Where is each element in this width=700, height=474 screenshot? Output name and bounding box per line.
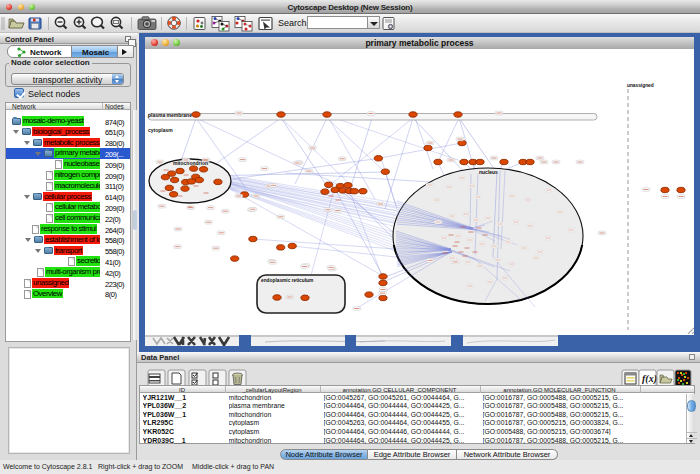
svg-text:unassigned: unassigned <box>627 83 654 88</box>
svg-text:cytoplasm: cytoplasm <box>148 127 173 133</box>
svg-text:plasma membrane: plasma membrane <box>148 112 192 118</box>
svg-text:f(x): f(x) <box>642 373 657 385</box>
svg-text:nucleus: nucleus <box>479 169 498 175</box>
svg-text:endoplasmic reticulum: endoplasmic reticulum <box>261 278 313 283</box>
